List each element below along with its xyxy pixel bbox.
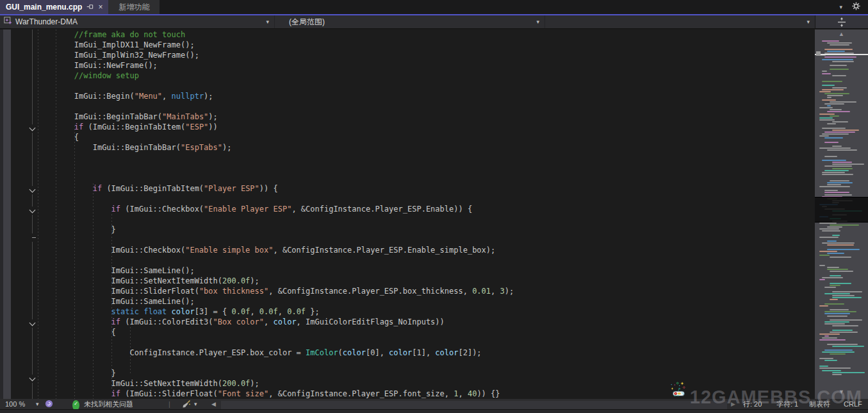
tab-list-dropdown-icon[interactable]: ▾ <box>839 4 842 10</box>
minimap-row <box>819 119 835 121</box>
minimap-row <box>824 323 845 324</box>
hscroll-right-icon[interactable]: ▶ <box>731 399 735 409</box>
code-token: if <box>111 205 120 214</box>
minimap-row <box>827 226 842 228</box>
code-token: //frame aka do not touch <box>74 30 185 39</box>
minimap-scrollbar[interactable]: ▲ ▼ <box>815 30 868 399</box>
code-line[interactable]: { <box>37 132 514 142</box>
code-token: ImGui::BeginTabBar( <box>37 143 181 152</box>
code-line[interactable]: ImGui::NewFrame(); <box>37 60 514 71</box>
zoom-level[interactable]: 100 % <box>5 399 25 409</box>
minimap-viewport[interactable] <box>815 197 868 223</box>
code-line[interactable]: //frame aka do not touch <box>37 30 514 40</box>
minimap-row <box>827 111 850 112</box>
scroll-down-icon[interactable]: ▼ <box>815 389 868 395</box>
minimap-row <box>822 242 855 244</box>
code-token: color <box>172 307 195 316</box>
zoom-dropdown-icon[interactable]: ▾ <box>36 399 39 409</box>
code-line[interactable]: } <box>37 224 514 235</box>
code-line[interactable] <box>37 163 514 173</box>
code-line[interactable]: ImGui_ImplDX11_NewFrame(); <box>37 40 514 50</box>
code-line[interactable] <box>37 81 514 91</box>
code-token: , &ConfigInstance.Player_ESP.Enable_simp… <box>273 246 495 255</box>
minimap-row <box>830 283 851 284</box>
code-token: { <box>37 328 116 337</box>
code-line[interactable] <box>37 194 514 204</box>
minimap-row <box>832 330 853 331</box>
minimap-row <box>824 293 850 294</box>
issues-status-text[interactable]: 未找到相关问题 <box>84 399 133 409</box>
minimap-row <box>824 303 844 305</box>
minimap-row <box>824 156 837 157</box>
code-line[interactable] <box>37 255 514 266</box>
code-token: (ImGui::SliderFloat( <box>120 389 218 398</box>
minimap-row <box>832 162 852 163</box>
minimap-row <box>830 299 838 300</box>
code-token: 0.01 <box>472 287 491 296</box>
code-line[interactable]: } <box>37 368 514 378</box>
code-line[interactable] <box>37 337 514 348</box>
minimap-row <box>830 115 839 117</box>
code-editor[interactable]: //frame aka do not touch ImGui_ImplDX11_… <box>0 30 868 399</box>
minimap-row <box>827 269 848 270</box>
project-context-dropdown[interactable]: WarThunder-DMA ▾ <box>0 15 274 28</box>
close-icon[interactable]: × <box>98 3 102 11</box>
code-token: ImGui::SliderFloat( <box>37 287 199 296</box>
code-line[interactable]: ConfigInstance.Player_ESP.box_color = Im… <box>37 348 514 358</box>
code-line[interactable]: ImGui::SetNextItemWidth(200.0f); <box>37 276 514 286</box>
code-line[interactable]: { <box>37 327 514 337</box>
code-line[interactable] <box>37 153 514 163</box>
code-line[interactable]: ImGui::SliderFloat("box thickness", &Con… <box>37 286 514 296</box>
minimap-row <box>822 59 853 60</box>
code-line[interactable]: ImGui::SameLine(); <box>37 266 514 276</box>
code-line[interactable] <box>37 358 514 368</box>
code-token: 40 <box>468 389 477 398</box>
pin-icon[interactable] <box>86 3 94 12</box>
member-dropdown[interactable]: ▾ <box>545 15 815 28</box>
minimap-row <box>832 295 855 296</box>
code-token: ImGui::BeginTabBar( <box>37 112 162 121</box>
scope-dropdown[interactable]: (全局范围) ▾ <box>274 15 545 28</box>
code-token <box>37 30 74 39</box>
code-line[interactable]: if (ImGui::SliderFloat("Font size", &Con… <box>37 389 514 399</box>
code-line[interactable] <box>37 214 514 224</box>
code-line[interactable] <box>37 101 514 112</box>
code-line[interactable]: ImGui::SetNextItemWidth(200.0f); <box>37 378 514 389</box>
code-token: "ESP" <box>185 122 208 131</box>
settings-gear-icon[interactable] <box>852 1 860 13</box>
line-ending-indicator[interactable]: CRLF <box>844 399 862 409</box>
code-line[interactable]: ImGui::Begin("Menu", nullptr); <box>37 91 514 101</box>
fold-end-tick <box>32 237 36 238</box>
code-token: { <box>37 133 79 142</box>
chevron-down-icon: ▾ <box>266 19 269 25</box>
code-token: 3 <box>500 287 505 296</box>
code-line[interactable]: if (ImGui::BeginTabItem("ESP")) <box>37 122 514 132</box>
code-token: static <box>111 307 139 316</box>
cleanup-dropdown-icon[interactable]: ▾ <box>194 399 197 409</box>
code-line[interactable]: ImGui_ImplWin32_NewFrame(); <box>37 50 514 60</box>
code-token: "MainTabs" <box>162 112 208 121</box>
tab-gui-main-menu[interactable]: GUI_main_menu.cpp × <box>0 0 108 14</box>
code-line[interactable]: static float color[3] = { 0.0f, 0.0f, 0.… <box>37 307 514 317</box>
code-token: ImGui_ImplDX11_NewFrame(); <box>37 40 195 49</box>
code-line[interactable]: if (ImGui::ColorEdit3("Box color", color… <box>37 317 514 327</box>
code-line[interactable] <box>37 235 514 245</box>
code-line[interactable]: ImGui::Checkbox("Enable simple box", &Co… <box>37 245 514 255</box>
code-token: 200.0f <box>222 276 250 285</box>
code-line[interactable]: if (ImGui::Checkbox("Enable Player ESP",… <box>37 204 514 214</box>
code-line[interactable]: //window setup <box>37 71 514 81</box>
tabs-mode-indicator[interactable]: 制表符 <box>809 399 830 409</box>
document-health-icon[interactable] <box>45 400 53 410</box>
code-line[interactable]: ImGui::SameLine(); <box>37 296 514 307</box>
code-token <box>37 205 111 214</box>
minimap-row <box>819 91 831 92</box>
code-line[interactable]: if (ImGui::BeginTabItem("Player ESP")) { <box>37 183 514 194</box>
tab-new-feature[interactable]: 新增功能 <box>108 0 160 14</box>
code-line[interactable]: ImGui::BeginTabBar("MainTabs"); <box>37 112 514 122</box>
hscroll-left-icon[interactable]: ◀ <box>211 399 216 409</box>
code-line[interactable] <box>37 173 514 183</box>
code-cleanup-broom-icon[interactable] <box>182 400 191 410</box>
split-editor-button[interactable] <box>815 15 868 28</box>
code-line[interactable]: ImGui::BeginTabBar("EspTabs"); <box>37 142 514 153</box>
code-token: ImGui::SameLine(); <box>37 297 195 306</box>
